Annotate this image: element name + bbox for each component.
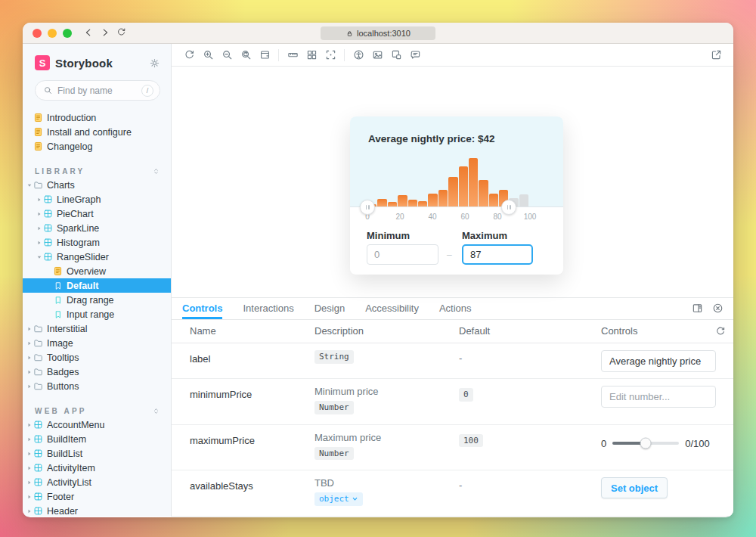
search-input[interactable]: Find by name / (35, 80, 160, 101)
sidebar-item-rangeslider[interactable]: RangeSlider (23, 250, 171, 264)
open-new-tab-icon[interactable] (708, 48, 723, 63)
browser-titlebar: localhost:3010 (23, 23, 733, 44)
sidebar-item-buttons[interactable]: Buttons (23, 379, 171, 393)
grid-icon[interactable] (304, 48, 319, 63)
measure-icon[interactable] (285, 48, 300, 63)
caret-right-icon[interactable] (26, 464, 33, 472)
sidebar-item-default[interactable]: Default (23, 278, 171, 293)
zoom-in-icon[interactable] (200, 48, 215, 63)
slider-handle-max[interactable] (501, 200, 516, 215)
minimum-label: Minimum (367, 230, 410, 241)
doc-icon (53, 266, 63, 276)
sidebar-item-footer[interactable]: Footer (23, 489, 171, 504)
caret-right-icon[interactable] (36, 225, 43, 232)
sidebar-item-overview[interactable]: Overview (23, 264, 171, 278)
vision-icon[interactable] (370, 48, 385, 63)
address-bar[interactable]: localhost:3010 (321, 26, 435, 40)
window-controls (33, 29, 72, 38)
maximum-label: Maximum (462, 230, 507, 241)
sidebar-item-buildlist[interactable]: BuildList (23, 446, 171, 461)
sidebar-item-image[interactable]: Image (23, 336, 171, 350)
zoom-reset-icon[interactable] (238, 48, 253, 63)
sidebar-item-sparkline[interactable]: SparkLine (23, 221, 171, 235)
sidebar-item-changelog[interactable]: Changelog (23, 139, 171, 154)
doc-icon (33, 141, 43, 151)
default-value-empty: - (459, 480, 462, 491)
sidebar-item-tooltips[interactable]: Tooltips (23, 350, 171, 365)
control-text-input[interactable] (601, 350, 716, 372)
caret-right-icon[interactable] (26, 508, 33, 515)
panel-position-icon[interactable] (692, 303, 703, 314)
sidebar-brand: S Storybook (23, 44, 171, 70)
range-slider-handle[interactable] (640, 438, 652, 449)
component-icon (43, 223, 53, 233)
sidebar-item-activitylist[interactable]: ActivityList (23, 475, 171, 489)
sidebar-item-introduction[interactable]: Introduction (23, 110, 171, 125)
accessibility-icon[interactable] (351, 48, 366, 63)
reset-controls-icon[interactable] (715, 326, 726, 337)
component-icon (33, 463, 43, 473)
reload-icon[interactable] (116, 27, 128, 39)
sidebar-item-linegraph[interactable]: LineGraph (23, 192, 171, 206)
tab-controls[interactable]: Controls (182, 298, 222, 319)
range-min-label: 0 (601, 438, 606, 449)
notes-icon[interactable] (407, 48, 423, 63)
sidebar-item-piechart[interactable]: PieChart (23, 206, 171, 221)
sidebar-item-charts[interactable]: Charts (23, 178, 171, 192)
back-icon[interactable] (83, 27, 94, 39)
sidebar-item-builditem[interactable]: BuildItem (23, 432, 171, 446)
tab-actions[interactable]: Actions (439, 298, 472, 319)
caret-right-icon[interactable] (26, 383, 33, 390)
sidebar-item-accountmenu[interactable]: AccountMenu (23, 417, 171, 432)
sidebar-item-header[interactable]: Header (23, 504, 171, 517)
sidebar-item-drag-range[interactable]: Drag range (23, 293, 171, 307)
minimum-input[interactable] (367, 244, 438, 265)
sidebar-item-badges[interactable]: Badges (23, 365, 171, 379)
caret-right-icon[interactable] (26, 479, 33, 486)
viewport-icon[interactable] (389, 48, 404, 63)
story-tree: Introduction Install and configure Chang… (23, 110, 171, 517)
minimize-window-button[interactable] (48, 29, 57, 38)
caret-down-icon[interactable] (26, 182, 33, 189)
close-window-button[interactable] (33, 29, 42, 38)
caret-right-icon[interactable] (26, 368, 33, 376)
caret-right-icon[interactable] (26, 340, 33, 347)
control-range-slider[interactable] (612, 442, 679, 445)
caret-right-icon[interactable] (26, 421, 33, 429)
maximize-window-button[interactable] (63, 29, 72, 38)
caret-right-icon[interactable] (36, 239, 43, 247)
caret-right-icon[interactable] (36, 196, 43, 203)
gear-icon[interactable] (149, 57, 160, 69)
forward-icon[interactable] (100, 27, 111, 39)
sidebar-item-activityitem[interactable]: ActivityItem (23, 461, 171, 475)
sidebar-item-install-and-configure[interactable]: Install and configure (23, 125, 171, 139)
maximum-input[interactable] (462, 244, 533, 265)
background-icon[interactable] (257, 48, 272, 63)
type-badge-expandable[interactable]: object (314, 492, 363, 506)
control-number-input[interactable] (601, 386, 716, 408)
slider-handle-min[interactable] (360, 200, 375, 215)
histogram-bar (388, 202, 397, 206)
histogram-bars (367, 158, 528, 206)
zoom-out-icon[interactable] (219, 48, 234, 63)
remount-icon[interactable] (181, 48, 197, 63)
caret-right-icon[interactable] (26, 325, 33, 333)
caret-right-icon[interactable] (26, 493, 33, 501)
tab-design[interactable]: Design (314, 298, 345, 319)
arg-description: Minimum price (314, 386, 459, 397)
close-panel-icon[interactable] (712, 303, 723, 314)
caret-right-icon[interactable] (26, 354, 33, 362)
expand-collapse-icon[interactable] (152, 167, 160, 175)
caret-right-icon[interactable] (36, 210, 43, 218)
expand-collapse-icon[interactable] (152, 407, 160, 415)
sidebar-item-histogram[interactable]: Histogram (23, 235, 171, 250)
tab-interactions[interactable]: Interactions (243, 298, 293, 319)
outline-icon[interactable] (323, 48, 338, 63)
set-object-button[interactable]: Set object (601, 477, 668, 498)
sidebar-item-input-range[interactable]: Input range (23, 307, 171, 321)
caret-right-icon[interactable] (26, 450, 33, 458)
caret-right-icon[interactable] (26, 436, 33, 443)
tab-accessibility[interactable]: Accessibility (365, 298, 419, 319)
caret-down-icon[interactable] (36, 253, 43, 261)
sidebar-item-interstitial[interactable]: Interstitial (23, 321, 171, 336)
